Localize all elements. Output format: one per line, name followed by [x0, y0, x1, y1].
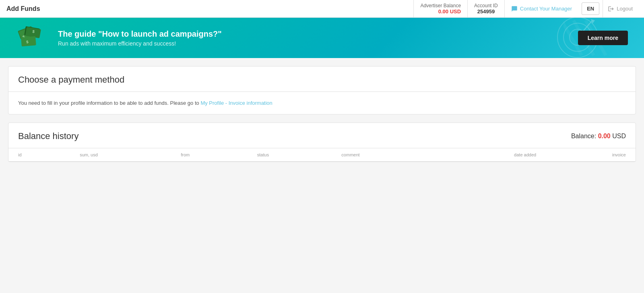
col-from: from	[171, 148, 248, 162]
account-id-label: Account ID	[474, 3, 498, 8]
logout-block[interactable]: Logout	[603, 0, 638, 17]
payment-method-header: Choose a payment method	[8, 66, 636, 92]
payment-method-title: Choose a payment method	[18, 75, 626, 85]
payment-info-text: You need to fill in your profile informa…	[18, 100, 626, 106]
payment-info-before: You need to fill in your profile informa…	[18, 100, 200, 106]
header-right: Advertiser Balance 0.00 USD Account ID 2…	[413, 0, 638, 17]
balance-currency: USD	[612, 133, 626, 139]
account-id-value: 254959	[477, 8, 495, 15]
col-id: id	[8, 148, 70, 162]
col-date-added: date added	[433, 148, 546, 162]
banner-text: The guide "How to launch ad campaigns?" …	[58, 29, 578, 47]
payment-method-body: You need to fill in your profile informa…	[8, 92, 636, 114]
chat-icon	[511, 6, 518, 12]
header: Add Funds Advertiser Balance 0.00 USD Ac…	[0, 0, 644, 18]
advertiser-balance-value: 0.00 USD	[438, 8, 461, 15]
col-invoice: invoice	[546, 148, 636, 162]
banner-title: The guide "How to launch ad campaigns?"	[58, 29, 578, 39]
payment-method-card: Choose a payment method You need to fill…	[8, 66, 636, 114]
promo-banner: $ $ $ The guide "How to launch ad campai…	[0, 18, 644, 58]
col-comment: comment	[332, 148, 433, 162]
profile-invoice-link[interactable]: My Profile - Invoice information	[200, 100, 272, 106]
balance-history-title: Balance history	[18, 131, 78, 141]
col-sum: sum, USD	[70, 148, 171, 162]
account-id-block: Account ID 254959	[467, 0, 504, 17]
contact-manager-label: Contact Your Manager	[520, 6, 572, 12]
main-content: Choose a payment method You need to fill…	[0, 58, 644, 170]
contact-manager-link[interactable]: Contact Your Manager	[504, 0, 578, 17]
balance-history-header: Balance history Balance: 0.00 USD	[8, 123, 636, 148]
advertiser-balance-block: Advertiser Balance 0.00 USD	[413, 0, 467, 17]
language-button[interactable]: EN	[582, 2, 599, 15]
table-header-row: id sum, USD from status comment date add…	[8, 148, 636, 162]
balance-value: 0.00	[598, 133, 611, 139]
balance-label: Balance:	[571, 133, 596, 139]
balance-amount: Balance: 0.00 USD	[571, 133, 626, 140]
logout-icon	[608, 6, 614, 12]
balance-table: id sum, USD from status comment date add…	[8, 148, 636, 162]
col-status: status	[248, 148, 332, 162]
svg-rect-6	[21, 36, 36, 46]
learn-more-button[interactable]: Learn more	[578, 31, 628, 45]
page-title: Add Funds	[6, 5, 413, 12]
money-icon: $ $ $	[16, 20, 48, 56]
balance-history-card: Balance history Balance: 0.00 USD id sum…	[8, 123, 636, 162]
advertiser-balance-label: Advertiser Balance	[420, 3, 461, 8]
logout-label: Logout	[617, 6, 633, 12]
banner-subtitle: Run ads with maximum efficiency and succ…	[58, 40, 578, 47]
